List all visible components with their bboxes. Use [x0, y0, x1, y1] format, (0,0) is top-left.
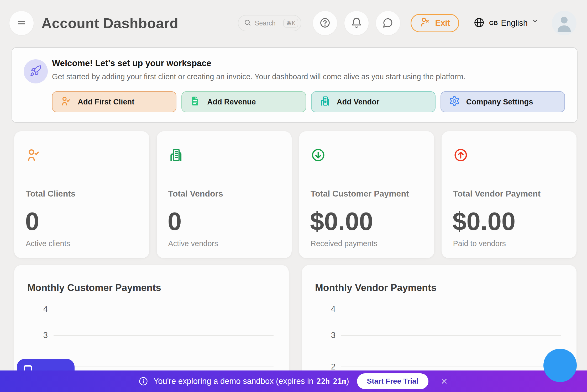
user-check-icon — [60, 96, 71, 108]
welcome-banner: Welcome! Let's set up your workspace Get… — [12, 47, 578, 123]
arrow-up-circle-icon — [453, 147, 468, 164]
search-shortcut-badge: ⌘K — [283, 19, 298, 28]
header-icon-buttons — [313, 11, 400, 35]
total-clients-card: Total Clients 0 Active clients — [14, 131, 149, 258]
search-icon — [244, 19, 251, 28]
user-avatar[interactable] — [552, 11, 576, 35]
minutes-remaining: 21m — [333, 377, 347, 386]
exit-label: Exit — [435, 18, 450, 28]
action-label: Add Vendor — [337, 98, 380, 106]
search-input[interactable]: Search ⌘K — [238, 15, 301, 31]
banner-prefix: You're exploring a demo sandbox (expires… — [153, 377, 313, 386]
hamburger-icon — [17, 18, 27, 29]
building-icon — [168, 147, 184, 164]
help-button[interactable] — [313, 11, 337, 35]
gear-icon — [449, 96, 460, 108]
stat-value: $0.00 — [453, 209, 516, 234]
document-icon — [190, 96, 201, 108]
user-x-icon — [420, 17, 431, 30]
y-axis-tick: 4 — [302, 304, 336, 314]
user-check-icon — [26, 147, 41, 164]
gridline — [54, 309, 274, 309]
banner-message: You're exploring a demo sandbox (expires… — [149, 377, 349, 386]
demo-sandbox-banner: You're exploring a demo sandbox (expires… — [0, 370, 587, 392]
gridline — [341, 335, 561, 336]
exit-button[interactable]: Exit — [411, 14, 459, 32]
welcome-title: Welcome! Let's set up your workspace — [52, 58, 211, 68]
gridline — [341, 367, 561, 367]
stat-title: Total Vendor Payment — [453, 189, 541, 199]
chart-title: Monthly Vendor Payments — [315, 282, 437, 293]
y-axis-tick: 3 — [302, 331, 336, 340]
stat-sublabel: Active clients — [26, 239, 70, 248]
stat-title: Total Clients — [26, 189, 76, 199]
total-vendor-payment-card: Total Vendor Payment $0.00 Paid to vendo… — [442, 131, 577, 258]
page-title: Account Dashboard — [41, 15, 179, 31]
add-vendor-button[interactable]: Add Vendor — [311, 91, 436, 112]
stat-value: 0 — [168, 209, 182, 234]
language-code: GB — [489, 20, 498, 27]
close-banner-button[interactable] — [439, 377, 449, 386]
action-label: Company Settings — [466, 98, 533, 106]
help-icon — [319, 17, 331, 29]
search-placeholder: Search — [255, 19, 280, 27]
chat-bubble-icon — [382, 17, 394, 29]
gridline — [54, 367, 274, 367]
chart-title: Monthly Customer Payments — [27, 282, 161, 293]
banner-suffix: ) — [346, 377, 349, 386]
language-label: English — [501, 18, 528, 28]
hours-remaining: 22h — [317, 377, 330, 386]
language-selector[interactable]: GB English — [473, 17, 539, 29]
gridline — [341, 309, 561, 309]
chevron-down-icon — [531, 17, 539, 26]
add-revenue-button[interactable]: Add Revenue — [181, 91, 306, 112]
person-icon — [552, 11, 576, 35]
total-vendors-card: Total Vendors 0 Active vendors — [157, 131, 292, 258]
building-icon — [319, 96, 331, 108]
welcome-subtitle: Get started by adding your first client … — [52, 72, 465, 81]
stat-sublabel: Active vendors — [168, 239, 218, 248]
quick-actions: Add First Client Add Revenue — [52, 91, 565, 112]
action-label: Add First Client — [78, 98, 134, 106]
company-settings-button[interactable]: Company Settings — [441, 91, 565, 112]
stat-title: Total Customer Payment — [311, 189, 409, 199]
stat-cards: Total Clients 0 Active clients Total Ven… — [14, 131, 576, 258]
add-first-client-button[interactable]: Add First Client — [52, 91, 176, 112]
y-axis-tick: 2 — [302, 362, 336, 372]
rocket-icon-badge — [24, 59, 48, 83]
notifications-button[interactable] — [344, 11, 369, 35]
account-dashboard-page: Account Dashboard Search ⌘K — [0, 0, 587, 392]
header: Account Dashboard Search ⌘K — [9, 10, 576, 36]
y-axis-tick: 4 — [14, 304, 48, 314]
stat-sublabel: Received payments — [311, 239, 378, 248]
globe-icon — [473, 17, 485, 29]
chat-fab-button[interactable] — [543, 349, 577, 382]
rocket-icon — [30, 65, 42, 78]
chat-button[interactable] — [376, 11, 400, 35]
bell-icon — [351, 17, 362, 29]
stat-title: Total Vendors — [168, 189, 223, 199]
stat-sublabel: Paid to vendors — [453, 239, 506, 248]
y-axis-tick: 3 — [14, 331, 48, 340]
menu-button[interactable] — [9, 11, 34, 35]
close-icon — [439, 383, 449, 387]
start-free-trial-button[interactable]: Start Free Trial — [357, 373, 428, 389]
stat-value: 0 — [25, 209, 39, 234]
info-icon — [138, 376, 149, 386]
arrow-down-circle-icon — [311, 147, 326, 164]
stat-value: $0.00 — [310, 209, 373, 234]
total-customer-payment-card: Total Customer Payment $0.00 Received pa… — [299, 131, 434, 258]
gridline — [54, 335, 274, 336]
action-label: Add Revenue — [207, 98, 256, 106]
